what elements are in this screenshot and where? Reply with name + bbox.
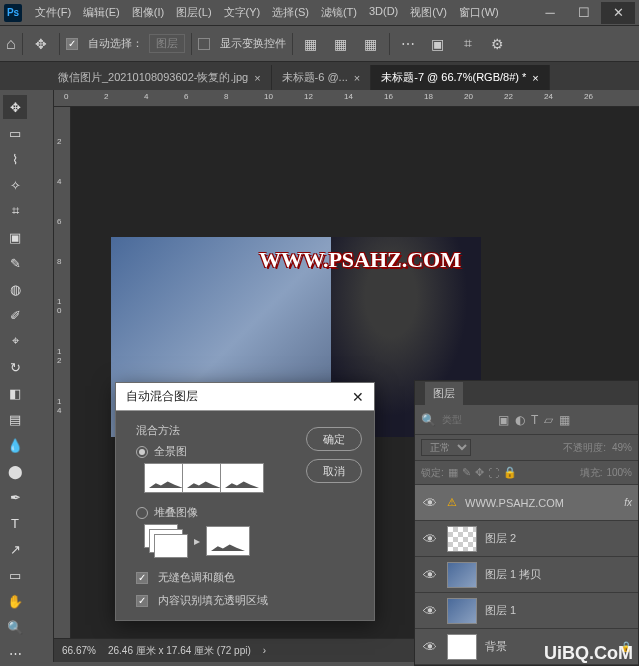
search-icon[interactable]: 🔍 [421, 413, 436, 427]
filter-type-icon[interactable]: T [531, 413, 538, 427]
seamless-checkbox[interactable]: 无缝色调和颜色 [136, 570, 296, 585]
layer-thumbnail[interactable] [447, 634, 477, 660]
menu-3d[interactable]: 3D(D) [364, 2, 403, 23]
fill-value[interactable]: 100% [606, 467, 632, 478]
lock-icon[interactable]: 🔒 [503, 466, 517, 479]
ruler-vertical[interactable]: 2468101214 [54, 107, 71, 638]
lasso-tool[interactable]: ⌇ [3, 147, 27, 171]
layer-item[interactable]: 👁 图层 1 [415, 593, 638, 629]
stack-radio[interactable]: 堆叠图像 [136, 505, 296, 520]
menu-filter[interactable]: 滤镜(T) [316, 2, 362, 23]
edit-toolbar[interactable]: ⋯ [3, 641, 27, 665]
layers-tab[interactable]: 图层 [425, 382, 463, 405]
chevron-right-icon[interactable]: › [263, 645, 266, 656]
more-icon[interactable]: ⋯ [396, 32, 420, 56]
panel-tabs[interactable]: 图层 [415, 381, 638, 405]
filter-adjust-icon[interactable]: ◐ [515, 413, 525, 427]
healing-tool[interactable]: ◍ [3, 277, 27, 301]
layer-name[interactable]: 图层 1 [485, 603, 632, 618]
maximize-button[interactable]: ☐ [567, 2, 601, 24]
close-icon[interactable]: ✕ [352, 389, 364, 405]
eraser-tool[interactable]: ◧ [3, 381, 27, 405]
layer-name[interactable]: 图层 1 拷贝 [485, 567, 632, 582]
layer-name[interactable]: 图层 2 [485, 531, 632, 546]
blur-tool[interactable]: 💧 [3, 433, 27, 457]
tab-doc3[interactable]: 未标题-7 @ 66.7%(RGB/8#) *× [371, 65, 549, 90]
hand-tool[interactable]: ✋ [3, 589, 27, 613]
crop-tool[interactable]: ⌗ [3, 199, 27, 223]
layer-name[interactable]: WWW.PSAHZ.COM [465, 497, 616, 509]
content-aware-checkbox[interactable]: 内容识别填充透明区域 [136, 593, 296, 608]
layer-item[interactable]: 👁 图层 1 拷贝 [415, 557, 638, 593]
layer-thumbnail[interactable] [447, 526, 477, 552]
menu-layer[interactable]: 图层(L) [171, 2, 216, 23]
pen-tool[interactable]: ✒ [3, 485, 27, 509]
visibility-icon[interactable]: 👁 [421, 495, 439, 511]
frame-tool[interactable]: ▣ [3, 225, 27, 249]
shape-tool[interactable]: ▭ [3, 563, 27, 587]
layer-thumbnail[interactable] [447, 598, 477, 624]
filter-smart-icon[interactable]: ▦ [559, 413, 570, 427]
filter-type-input[interactable] [442, 414, 492, 425]
visibility-icon[interactable]: 👁 [421, 531, 439, 547]
lock-position-icon[interactable]: ✥ [475, 466, 484, 479]
filter-pixel-icon[interactable]: ▣ [498, 413, 509, 427]
dodge-tool[interactable]: ⬤ [3, 459, 27, 483]
zoom-tool[interactable]: 🔍 [3, 615, 27, 639]
magic-wand-tool[interactable]: ✧ [3, 173, 27, 197]
menu-select[interactable]: 选择(S) [267, 2, 314, 23]
radio-icon[interactable] [136, 446, 148, 458]
fx-badge[interactable]: fx [624, 497, 632, 508]
move-tool-icon[interactable]: ✥ [29, 32, 53, 56]
auto-select-combo[interactable]: 图层 [149, 34, 185, 53]
ruler-icon[interactable]: ⌗ [456, 32, 480, 56]
close-icon[interactable]: × [532, 72, 538, 84]
marquee-tool[interactable]: ▭ [3, 121, 27, 145]
menu-type[interactable]: 文字(Y) [219, 2, 266, 23]
minimize-button[interactable]: ─ [533, 2, 567, 24]
layer-thumbnail[interactable] [447, 562, 477, 588]
visibility-icon[interactable]: 👁 [421, 603, 439, 619]
tab-doc1[interactable]: 微信图片_20210108093602-恢复的.jpg× [48, 65, 272, 90]
show-transform-checkbox[interactable] [198, 38, 210, 50]
gear-icon[interactable]: ⚙ [486, 32, 510, 56]
filter-shape-icon[interactable]: ▱ [544, 413, 553, 427]
layer-item-text[interactable]: 👁 ⚠ WWW.PSAHZ.COM fx [415, 485, 638, 521]
gradient-tool[interactable]: ▤ [3, 407, 27, 431]
align-right-icon[interactable]: ▦ [359, 32, 383, 56]
path-tool[interactable]: ↗ [3, 537, 27, 561]
lock-artboard-icon[interactable]: ⛶ [488, 467, 499, 479]
3d-mode-icon[interactable]: ▣ [426, 32, 450, 56]
lock-pixel-icon[interactable]: ✎ [462, 466, 471, 479]
zoom-level[interactable]: 66.67% [62, 645, 96, 656]
opacity-value[interactable]: 49% [612, 442, 632, 453]
layer-item[interactable]: 👁 图层 2 [415, 521, 638, 557]
ruler-horizontal[interactable]: 02468101214161820222426 [54, 90, 639, 107]
close-icon[interactable]: × [254, 72, 260, 84]
lock-all-icon[interactable]: ▦ [448, 466, 458, 479]
panorama-radio[interactable]: 全景图 [136, 444, 296, 459]
menu-window[interactable]: 窗口(W) [454, 2, 504, 23]
close-icon[interactable]: × [354, 72, 360, 84]
type-tool[interactable]: T [3, 511, 27, 535]
menu-view[interactable]: 视图(V) [405, 2, 452, 23]
brush-tool[interactable]: ✐ [3, 303, 27, 327]
close-button[interactable]: ✕ [601, 2, 635, 24]
home-icon[interactable]: ⌂ [6, 35, 16, 53]
dialog-titlebar[interactable]: 自动混合图层 ✕ [116, 383, 374, 411]
cancel-button[interactable]: 取消 [306, 459, 362, 483]
blend-mode-select[interactable]: 正常 [421, 439, 471, 456]
visibility-icon[interactable]: 👁 [421, 567, 439, 583]
tab-doc2[interactable]: 未标题-6 @...× [272, 65, 372, 90]
history-brush-tool[interactable]: ↻ [3, 355, 27, 379]
radio-icon[interactable] [136, 507, 148, 519]
move-tool[interactable]: ✥ [3, 95, 27, 119]
visibility-icon[interactable]: 👁 [421, 639, 439, 655]
clone-tool[interactable]: ⌖ [3, 329, 27, 353]
auto-select-checkbox[interactable] [66, 38, 78, 50]
ok-button[interactable]: 确定 [306, 427, 362, 451]
align-center-icon[interactable]: ▦ [329, 32, 353, 56]
menu-image[interactable]: 图像(I) [127, 2, 169, 23]
eyedropper-tool[interactable]: ✎ [3, 251, 27, 275]
align-left-icon[interactable]: ▦ [299, 32, 323, 56]
